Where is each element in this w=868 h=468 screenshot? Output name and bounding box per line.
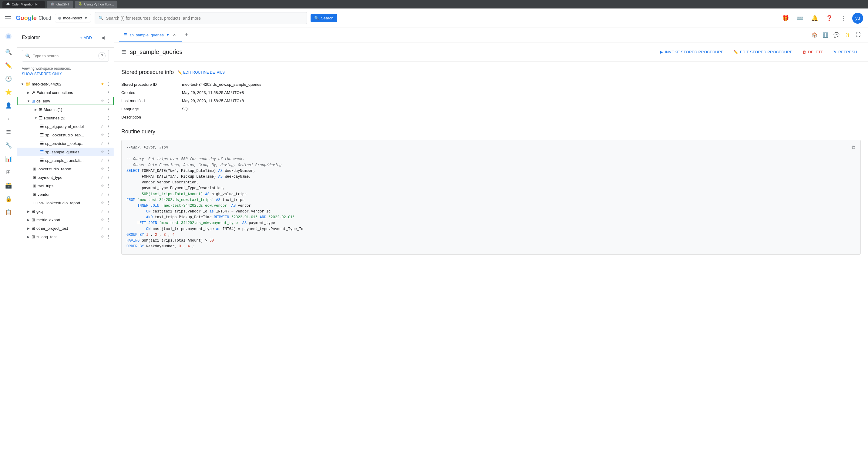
payment-type-star[interactable]: ☆ [99,174,105,180]
routines-expand-arrow[interactable]: ▼ [33,115,39,121]
edit-stored-procedure-button[interactable]: ✏️ EDIT STORED PROCEDURE [730,47,797,57]
sp-provision-more[interactable]: ⋮ [105,140,111,146]
gxq-more[interactable]: ⋮ [105,208,111,214]
project-more[interactable]: ⋮ [105,81,111,87]
tree-item-lookerstudio-report[interactable]: ⊞ lookerstudio_report ☆ ⋮ [17,165,114,173]
sidebar-item-person[interactable]: 👤 [2,99,14,111]
tree-item-sp-sample-queries[interactable]: ☰ sp_sample_queries ☆ ⋮ [17,147,114,156]
home-icon-button[interactable]: 🏠 [810,30,819,40]
tab-dropdown-icon[interactable]: ▼ [166,33,169,37]
sp-looker-more[interactable]: ⋮ [105,132,111,138]
metric-star[interactable]: ☆ [99,217,105,223]
gift-button[interactable]: 🎁 [779,12,792,24]
sp-translati-more[interactable]: ⋮ [105,157,111,163]
tree-item-models[interactable]: ▶ ⊞ Models (1) ⋮ [17,105,114,114]
sidebar-item-grid[interactable]: ⊞ [2,166,14,178]
sidebar-item-clipboard[interactable]: 📋 [2,206,14,218]
sidebar-item-logo[interactable] [2,30,14,42]
refresh-button[interactable]: ↻ REFRESH [830,47,861,57]
global-search-input[interactable] [106,16,303,21]
invoke-stored-procedure-button[interactable]: ▶ INVOKE STORED PROCEDURE [656,47,727,57]
models-expand-arrow[interactable]: ▶ [33,106,39,112]
add-button[interactable]: + ADD [78,34,94,42]
tree-item-vw-lookerstudio[interactable]: ⊞⊞ vw_lookerstudio_report ☆ ⋮ [17,199,114,207]
copy-code-button[interactable]: ⧉ [848,142,858,152]
tree-item-sp-bigqueryml[interactable]: ☰ sp_bigqueryml_model ☆ ⋮ [17,122,114,131]
collapse-panel-button[interactable]: ◀ [97,32,109,44]
sidebar-item-star[interactable]: ⭐ [2,86,14,98]
sidebar-item-dot[interactable]: ● [2,113,14,125]
delete-button[interactable]: 🗑 DELETE [799,47,827,57]
notifications-button[interactable]: 🔔 [809,12,821,24]
user-avatar[interactable]: yu [852,13,863,24]
dsedw-expand-arrow[interactable]: ▼ [26,98,32,104]
sidebar-item-history[interactable]: 🕐 [2,73,14,85]
search-button[interactable]: 🔍 Search [311,14,337,22]
gemini-icon-button[interactable]: ✨ [842,30,852,40]
add-tab-button[interactable]: + [182,30,191,40]
tree-item-vendor[interactable]: ⊞ vendor ☆ ⋮ [17,190,114,199]
taxi-trips-more[interactable]: ⋮ [105,183,111,189]
sp-translati-star[interactable]: ☆ [99,157,105,163]
gxq-star[interactable]: ☆ [99,208,105,214]
vendor-star[interactable]: ☆ [99,191,105,197]
sp-provision-star[interactable]: ☆ [99,140,105,146]
terminal-button[interactable]: ⌨️ [794,12,806,24]
dsedw-star[interactable]: ☆ [99,98,105,104]
info-icon-button[interactable]: ℹ️ [821,30,830,40]
more-options-button[interactable]: ⋮ [838,12,850,24]
sidebar-item-chart[interactable]: 📊 [2,153,14,165]
vendor-more[interactable]: ⋮ [105,191,111,197]
metric-expand-arrow[interactable]: ▶ [26,217,32,223]
help-button[interactable]: ❓ [823,12,835,24]
hamburger-menu[interactable] [5,14,12,22]
tree-item-routines[interactable]: ▼ ☰ Routines (5) ⋮ [17,114,114,122]
browser-tab-chatgpt[interactable]: 🤖 chatGPT [47,1,73,8]
sp-looker-star[interactable]: ☆ [99,132,105,138]
search-help-button[interactable]: ? [98,52,105,59]
sidebar-item-list[interactable]: ☰ [2,126,14,138]
external-more[interactable]: ⋮ [105,90,111,96]
payment-type-more[interactable]: ⋮ [105,174,111,180]
tree-item-zulong[interactable]: ▶ ⊞ zulong_test ☆ ⋮ [17,232,114,241]
project-star[interactable]: ★ [99,81,105,87]
sp-sample-queries-star[interactable]: ☆ [99,149,105,155]
edit-routine-details-link[interactable]: ✏️ EDIT ROUTINE DETAILS [178,70,225,74]
lookerstudio-star[interactable]: ☆ [99,166,105,172]
sp-bigqueryml-star[interactable]: ☆ [99,123,105,129]
tree-item-metric-export[interactable]: ▶ ⊞ metric_export ☆ ⋮ [17,215,114,224]
global-search-bar[interactable]: 🔍 [95,12,307,24]
ext-expand-arrow[interactable]: ▶ [26,90,32,96]
zulong-expand-arrow[interactable]: ▶ [26,234,32,240]
sidebar-item-lock[interactable]: 🔒 [2,193,14,205]
vw-lookerstudio-star[interactable]: ☆ [99,200,105,206]
other-expand-arrow[interactable]: ▶ [26,225,32,231]
other-star[interactable]: ☆ [99,225,105,231]
active-browser-tab[interactable]: ☁️ Cider Migration Pr... [2,1,45,8]
gxq-expand-arrow[interactable]: ▶ [26,208,32,214]
vw-lookerstudio-more[interactable]: ⋮ [105,200,111,206]
project-selector[interactable]: mce-inshot ▼ [55,14,91,23]
sidebar-item-wrench[interactable]: 🔧 [2,139,14,152]
tab-sp-sample-queries[interactable]: ☰ sp_sample_queries ▼ ✕ [119,29,182,41]
project-expand-arrow[interactable]: ▼ [20,81,26,87]
sp-bigqueryml-more[interactable]: ⋮ [105,123,111,129]
tree-item-taxi-trips[interactable]: ⊞ taxi_trips ☆ ⋮ [17,181,114,190]
sidebar-item-search[interactable]: 🔍 [2,46,14,58]
browser-tab-python[interactable]: 🐍 Using Python libra... [75,1,117,8]
lookerstudio-more[interactable]: ⋮ [105,166,111,172]
other-more[interactable]: ⋮ [105,225,111,231]
tree-item-gxq[interactable]: ▶ ⊞ gxq ☆ ⋮ [17,207,114,215]
sidebar-item-storage[interactable]: 🗃️ [2,179,14,192]
taxi-trips-star[interactable]: ☆ [99,183,105,189]
tree-item-sp-sample-translati[interactable]: ☰ sp_sample_translati... ☆ ⋮ [17,156,114,165]
tab-close-button[interactable]: ✕ [172,32,177,37]
metric-more[interactable]: ⋮ [105,217,111,223]
chat-icon-button[interactable]: 💬 [832,30,841,40]
explorer-search-box[interactable]: 🔍 ? [22,50,109,62]
dsedw-more[interactable]: ⋮ [105,98,111,104]
tree-item-payment-type[interactable]: ⊞ payment_type ☆ ⋮ [17,173,114,181]
sidebar-item-compose[interactable]: ✏️ [2,59,14,71]
tree-item-sp-provision[interactable]: ☰ sp_provision_lookup... ☆ ⋮ [17,139,114,147]
tree-item-ds-edw[interactable]: ▼ ⊞ ds_edw ☆ ⋮ [17,97,114,105]
